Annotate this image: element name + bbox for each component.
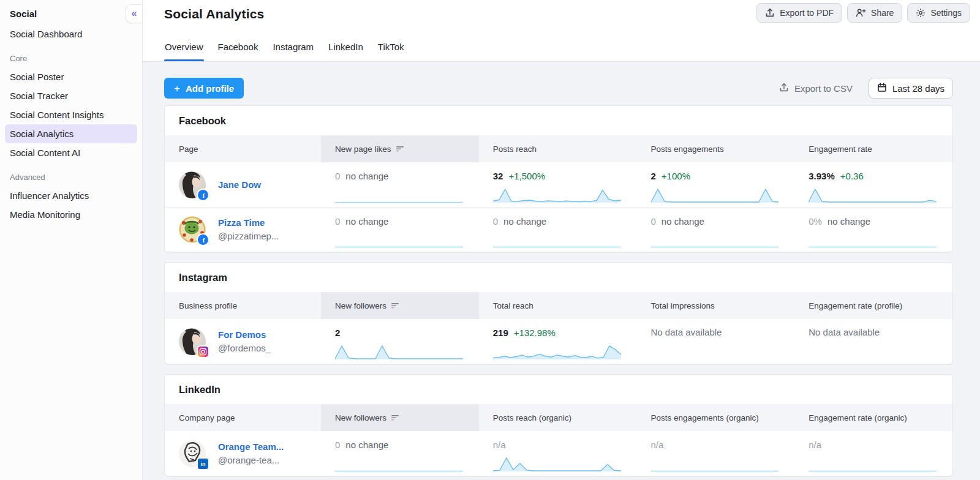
metric-value-line: 0no change [335, 216, 464, 228]
metric-change: +0.36 [840, 170, 864, 182]
export-csv-button[interactable]: Export to CSV [775, 82, 856, 95]
sparkline-chart [335, 232, 463, 248]
column-header-label: Posts reach [493, 144, 537, 154]
sidebar-item-influencer-analytics[interactable]: Influencer Analytics [5, 186, 137, 205]
sparkline-chart [335, 344, 463, 360]
main-area: Social Analytics Export to PDFShareSetti… [143, 0, 980, 480]
section-card-facebook: FacebookPageNew page likesPosts reachPos… [164, 105, 953, 252]
table-header-row: Business profileNew followersTotal reach… [165, 292, 952, 319]
column-header-total-reach[interactable]: Total reach [479, 292, 637, 319]
svg-text:in: in [201, 461, 206, 467]
no-data-label: No data available [809, 327, 938, 337]
chevron-double-left-icon: « [132, 8, 137, 19]
column-header-engagement-rate-profile[interactable]: Engagement rate (profile) [794, 292, 952, 319]
export-to-pdf-button[interactable]: Export to PDF [756, 3, 842, 23]
avatar: f [179, 216, 206, 243]
metric-cell: No data available [637, 319, 795, 364]
metric-value: n/a [493, 439, 506, 451]
column-header-posts-engagements-organic[interactable]: Posts engagements (organic) [637, 404, 795, 431]
column-header-label: New page likes [335, 144, 391, 154]
metric-change: no change [662, 216, 704, 228]
toolbar-right: Export to CSV Last 28 days [775, 78, 953, 99]
sparkline-chart [651, 187, 779, 203]
facebook-badge-icon: f [197, 189, 209, 201]
avatar [179, 328, 206, 355]
sidebar-item-social-content-ai[interactable]: Social Content AI [5, 143, 137, 162]
sidebar-item-social-content-insights[interactable]: Social Content Insights [5, 105, 137, 124]
profile-name-link[interactable]: Orange Team... [218, 440, 284, 454]
tab-linkedin[interactable]: LinkedIn [328, 34, 364, 61]
tab-overview[interactable]: Overview [164, 34, 204, 61]
column-header-business-profile[interactable]: Business profile [165, 292, 321, 319]
date-range-label: Last 28 days [892, 83, 944, 94]
sparkline-chart [651, 232, 779, 248]
column-header-total-impressions[interactable]: Total impressions [637, 292, 795, 319]
metric-value: 0 [335, 216, 340, 228]
metric-value: 0% [809, 216, 822, 228]
metric-cell: 2 [321, 319, 479, 364]
sidebar-item-social-poster[interactable]: Social Poster [5, 67, 137, 86]
metric-value-line: 0no change [651, 216, 780, 228]
metric-value: 0 [335, 439, 340, 451]
column-header-posts-reach-organic[interactable]: Posts reach (organic) [479, 404, 637, 431]
tab-facebook[interactable]: Facebook [217, 34, 259, 61]
metric-cell: 0no change [321, 208, 479, 252]
column-header-posts-reach[interactable]: Posts reach [479, 135, 637, 162]
section-card-instagram: InstagramBusiness profileNew followersTo… [164, 262, 953, 364]
profile-handle: @pizzatimep... [218, 230, 279, 243]
column-header-new-followers[interactable]: New followers [321, 404, 479, 431]
section-title: Instagram [165, 263, 952, 292]
sidebar-collapse-button[interactable]: « [126, 4, 142, 23]
column-header-engagement-rate[interactable]: Engagement rate [794, 135, 952, 162]
tab-tiktok[interactable]: TikTok [377, 34, 405, 61]
sidebar-item-social-analytics[interactable]: Social Analytics [5, 124, 137, 143]
column-header-new-followers[interactable]: New followers [321, 292, 479, 319]
metric-change: no change [345, 170, 388, 182]
metric-value: 2 [651, 170, 656, 182]
sparkline-chart [493, 187, 621, 203]
sort-icon [391, 413, 399, 422]
sidebar-title: Social [0, 9, 142, 19]
metric-value: 3.93% [809, 170, 835, 182]
toolbar: + Add profile Export to CSV Last 28 days [164, 78, 953, 99]
column-header-new-page-likes[interactable]: New page likes [321, 135, 479, 162]
sidebar-item-social-tracker[interactable]: Social Tracker [5, 86, 137, 105]
column-header-posts-engagements[interactable]: Posts engagements [637, 135, 795, 162]
profile-name-link[interactable]: Jane Dow [218, 178, 261, 192]
profile-name-link[interactable]: Pizza Time [218, 216, 279, 230]
metric-value-line: 0no change [335, 439, 464, 451]
linkedin-badge-icon: in [197, 457, 209, 470]
table-header-row: PageNew page likesPosts reachPosts engag… [165, 135, 952, 162]
sparkline-chart [335, 456, 463, 472]
metric-value-line: 0no change [493, 216, 622, 228]
gear-icon [916, 8, 925, 18]
add-profile-button[interactable]: + Add profile [164, 78, 244, 99]
profile-name-link[interactable]: For Demos [218, 328, 271, 342]
settings-button[interactable]: Settings [907, 3, 970, 23]
profile-handle: @orange-tea... [218, 454, 284, 467]
metric-value: n/a [809, 439, 821, 451]
metric-value: 0 [651, 216, 656, 228]
tab-bar: OverviewFacebookInstagramLinkedInTikTok [164, 34, 405, 61]
profile-cell: fJane Dow [165, 162, 321, 207]
metric-cell: 0%no change [794, 208, 952, 252]
column-header-company-page[interactable]: Company page [165, 404, 321, 431]
sparkline-chart [335, 187, 463, 203]
sort-icon [391, 301, 399, 310]
topbar: Social Analytics Export to PDFShareSetti… [143, 0, 980, 62]
share-button[interactable]: Share [847, 3, 902, 23]
metric-cell: 0no change [637, 208, 795, 252]
column-header-engagement-rate-organic[interactable]: Engagement rate (organic) [794, 404, 952, 431]
metric-cell: No data available [794, 319, 952, 364]
metric-value-line: 219+132.98% [493, 327, 622, 339]
sidebar-item-social-dashboard[interactable]: Social Dashboard [5, 24, 137, 43]
date-range-button[interactable]: Last 28 days [869, 78, 953, 99]
sidebar-item-media-monitoring[interactable]: Media Monitoring [5, 205, 137, 224]
tab-instagram[interactable]: Instagram [272, 34, 314, 61]
avatar: f [179, 171, 206, 198]
add-profile-label: Add profile [186, 83, 234, 94]
metric-cell: n/a [479, 431, 637, 476]
upload-icon [779, 83, 789, 94]
column-header-page[interactable]: Page [165, 135, 321, 162]
app-root: Social « Social DashboardCoreSocial Post… [0, 0, 980, 480]
